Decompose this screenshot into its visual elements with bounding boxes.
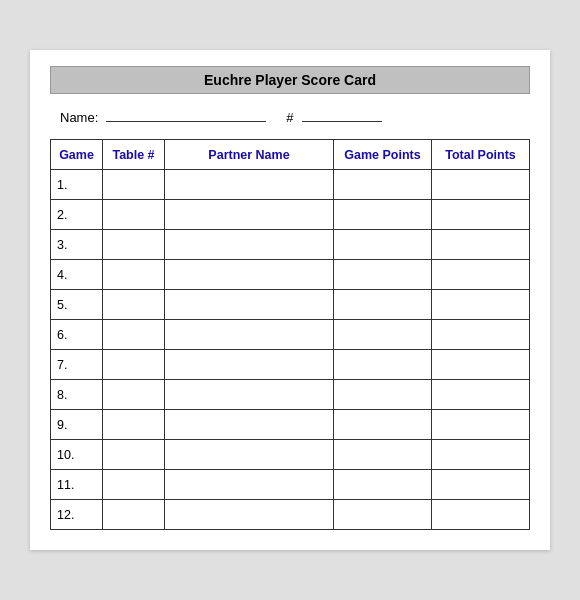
game-points-cell[interactable] — [334, 350, 432, 380]
name-input-line[interactable] — [106, 108, 266, 122]
table-row: 1. — [51, 170, 530, 200]
card-title: Euchre Player Score Card — [50, 66, 530, 94]
partner-name-cell[interactable] — [165, 320, 334, 350]
total-points-cell[interactable] — [432, 320, 530, 350]
partner-name-cell[interactable] — [165, 500, 334, 530]
table-number-cell[interactable] — [103, 470, 165, 500]
total-points-cell[interactable] — [432, 440, 530, 470]
table-number-cell[interactable] — [103, 290, 165, 320]
partner-name-cell[interactable] — [165, 350, 334, 380]
game-number: 9. — [51, 410, 103, 440]
game-points-cell[interactable] — [334, 170, 432, 200]
partner-name-cell[interactable] — [165, 200, 334, 230]
game-points-cell[interactable] — [334, 230, 432, 260]
name-label: Name: — [60, 110, 98, 125]
game-number: 4. — [51, 260, 103, 290]
game-points-cell[interactable] — [334, 500, 432, 530]
partner-name-cell[interactable] — [165, 410, 334, 440]
col-header-table: Table # — [103, 140, 165, 170]
total-points-cell[interactable] — [432, 500, 530, 530]
game-number: 11. — [51, 470, 103, 500]
game-points-cell[interactable] — [334, 440, 432, 470]
table-number-cell[interactable] — [103, 260, 165, 290]
game-number: 5. — [51, 290, 103, 320]
hash-label: # — [286, 110, 293, 125]
partner-name-cell[interactable] — [165, 260, 334, 290]
game-number: 12. — [51, 500, 103, 530]
table-row: 6. — [51, 320, 530, 350]
total-points-cell[interactable] — [432, 380, 530, 410]
partner-name-cell[interactable] — [165, 290, 334, 320]
col-header-game: Game — [51, 140, 103, 170]
table-number-cell[interactable] — [103, 350, 165, 380]
partner-name-cell[interactable] — [165, 380, 334, 410]
total-points-cell[interactable] — [432, 230, 530, 260]
table-row: 7. — [51, 350, 530, 380]
col-header-game-points: Game Points — [334, 140, 432, 170]
table-number-cell[interactable] — [103, 200, 165, 230]
game-points-cell[interactable] — [334, 290, 432, 320]
table-row: 12. — [51, 500, 530, 530]
name-row: Name: # — [50, 108, 530, 125]
table-number-cell[interactable] — [103, 320, 165, 350]
partner-name-cell[interactable] — [165, 440, 334, 470]
col-header-partner: Partner Name — [165, 140, 334, 170]
table-header-row: Game Table # Partner Name Game Points To… — [51, 140, 530, 170]
table-number-cell[interactable] — [103, 410, 165, 440]
total-points-cell[interactable] — [432, 350, 530, 380]
table-number-cell[interactable] — [103, 440, 165, 470]
game-number: 7. — [51, 350, 103, 380]
table-row: 5. — [51, 290, 530, 320]
partner-name-cell[interactable] — [165, 230, 334, 260]
table-row: 3. — [51, 230, 530, 260]
game-points-cell[interactable] — [334, 380, 432, 410]
total-points-cell[interactable] — [432, 200, 530, 230]
table-row: 9. — [51, 410, 530, 440]
game-points-cell[interactable] — [334, 320, 432, 350]
game-number: 10. — [51, 440, 103, 470]
table-row: 8. — [51, 380, 530, 410]
hash-input-line[interactable] — [302, 108, 382, 122]
game-number: 1. — [51, 170, 103, 200]
partner-name-cell[interactable] — [165, 470, 334, 500]
game-points-cell[interactable] — [334, 470, 432, 500]
table-row: 11. — [51, 470, 530, 500]
total-points-cell[interactable] — [432, 290, 530, 320]
table-number-cell[interactable] — [103, 500, 165, 530]
table-row: 10. — [51, 440, 530, 470]
game-points-cell[interactable] — [334, 200, 432, 230]
table-number-cell[interactable] — [103, 380, 165, 410]
game-number: 6. — [51, 320, 103, 350]
total-points-cell[interactable] — [432, 260, 530, 290]
score-table: Game Table # Partner Name Game Points To… — [50, 139, 530, 530]
game-number: 2. — [51, 200, 103, 230]
game-number: 8. — [51, 380, 103, 410]
col-header-total-points: Total Points — [432, 140, 530, 170]
total-points-cell[interactable] — [432, 170, 530, 200]
game-points-cell[interactable] — [334, 410, 432, 440]
table-number-cell[interactable] — [103, 230, 165, 260]
partner-name-cell[interactable] — [165, 170, 334, 200]
total-points-cell[interactable] — [432, 410, 530, 440]
table-row: 2. — [51, 200, 530, 230]
total-points-cell[interactable] — [432, 470, 530, 500]
game-points-cell[interactable] — [334, 260, 432, 290]
game-number: 3. — [51, 230, 103, 260]
table-row: 4. — [51, 260, 530, 290]
score-card: Euchre Player Score Card Name: # Game Ta… — [30, 50, 550, 550]
table-number-cell[interactable] — [103, 170, 165, 200]
